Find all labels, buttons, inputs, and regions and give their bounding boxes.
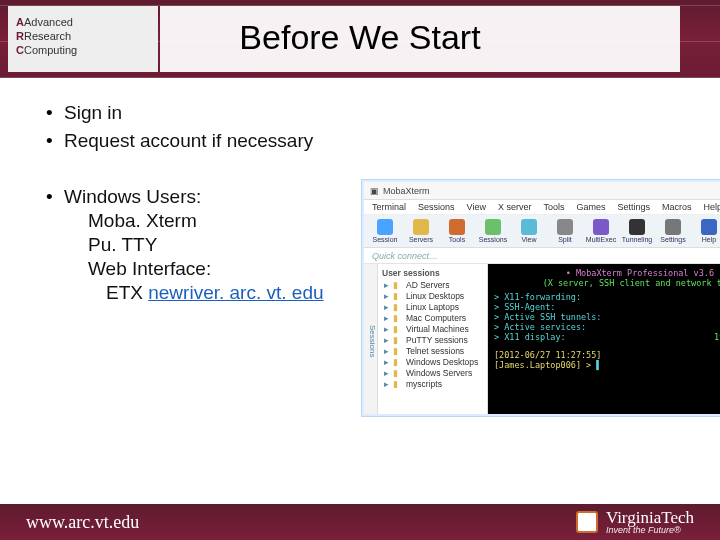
tree-node-label: Mac Computers [406, 313, 466, 323]
toolbar-button[interactable]: Help [694, 219, 720, 243]
tree-node-label: Windows Desktops [406, 357, 478, 367]
tree-expand-icon[interactable]: ▸ [382, 324, 390, 334]
menu-item[interactable]: Terminal [372, 202, 406, 212]
tree-node-label: Virtual Machines [406, 324, 469, 334]
tree-expand-icon[interactable]: ▸ [382, 280, 390, 290]
toolbar-label: View [521, 236, 536, 243]
menu-item[interactable]: Help [704, 202, 721, 212]
bullet-item: Request account if necessary [40, 130, 680, 152]
tree-expand-icon[interactable]: ▸ [382, 368, 390, 378]
menu-item[interactable]: Macros [662, 202, 692, 212]
slide-title-text: Before We Start [239, 18, 480, 56]
toolbar-icon [593, 219, 609, 235]
session-tree: User sessions ▸▮AD Servers▸▮Linux Deskto… [378, 264, 488, 414]
bullet-list-windows: Windows Users: Moba. Xterm Pu. TTY Web I… [40, 186, 340, 304]
menu-item[interactable]: Settings [617, 202, 650, 212]
sub-item: ETX newriver. arc. vt. edu [88, 282, 340, 304]
toolbar-button[interactable]: Sessions [478, 219, 508, 243]
folder-icon: ▮ [393, 335, 403, 345]
folder-icon: ▮ [393, 313, 403, 323]
sub-item: Pu. TTY [88, 234, 340, 256]
quick-connect-bar[interactable]: Quick connect… [364, 248, 720, 264]
tree-node-label: Linux Laptops [406, 302, 459, 312]
toolbar-button[interactable]: Servers [406, 219, 436, 243]
menu-item[interactable]: Games [576, 202, 605, 212]
folder-icon: ▮ [393, 379, 403, 389]
tree-node[interactable]: ▸▮Linux Desktops [382, 291, 483, 301]
tree-expand-icon[interactable]: ▸ [382, 313, 390, 323]
tree-expand-icon[interactable]: ▸ [382, 291, 390, 301]
toolbar-icon [557, 219, 573, 235]
toolbar-label: Split [558, 236, 572, 243]
toolbar-button[interactable]: Settings [658, 219, 688, 243]
toolbar-label: MultiExec [586, 236, 616, 243]
tree-node[interactable]: ▸▮Windows Servers [382, 368, 483, 378]
folder-icon: ▮ [393, 291, 403, 301]
etx-label: ETX [106, 282, 148, 303]
vt-logo: VirginiaTech Invent the Future® [576, 509, 694, 535]
sidebar-tab[interactable]: Sessions [364, 264, 378, 414]
bullet-list-top: Sign in Request account if necessary [40, 102, 680, 152]
terminal-banner-sub: (X server, SSH client and network tools) [543, 278, 720, 288]
bullet-item: Sign in [40, 102, 680, 124]
tree-node[interactable]: ▸▮Virtual Machines [382, 324, 483, 334]
terminal-pane[interactable]: • MobaXterm Professional v3.6 • (X serve… [488, 264, 720, 414]
terminal-prompt-time: [2012-06/27 11:27:55] [494, 350, 601, 360]
tree-node[interactable]: ▸▮PuTTY sessions [382, 335, 483, 345]
menu-item[interactable]: X server [498, 202, 532, 212]
quick-connect-text: Quick connect… [372, 251, 438, 261]
tree-node-label: myscripts [406, 379, 442, 389]
folder-icon: ▮ [393, 368, 403, 378]
toolbar-button[interactable]: Split [550, 219, 580, 243]
bullet-item: Windows Users: Moba. Xterm Pu. TTY Web I… [40, 186, 340, 304]
menu-item[interactable]: View [467, 202, 486, 212]
tree-node[interactable]: ▸▮AD Servers [382, 280, 483, 290]
tree-expand-icon[interactable]: ▸ [382, 302, 390, 312]
tree-node[interactable]: ▸▮Linux Laptops [382, 302, 483, 312]
toolbar-label: Sessions [479, 236, 507, 243]
toolbar-button[interactable]: MultiExec [586, 219, 616, 243]
slide-title: Before We Start [0, 18, 720, 57]
tree-node[interactable]: ▸▮Telnet sessions [382, 346, 483, 356]
footer-url: www.arc.vt.edu [26, 512, 139, 533]
cursor-icon: ▌ [596, 360, 601, 370]
toolbar-button[interactable]: Tunneling [622, 219, 652, 243]
terminal-line: > Active services: 1 [494, 322, 720, 332]
toolbar-label: Session [373, 236, 398, 243]
tree-heading: User sessions [382, 268, 483, 278]
toolbar-label: Servers [409, 236, 433, 243]
toolbar-icon [413, 219, 429, 235]
toolbar-label: Settings [660, 236, 685, 243]
etx-link[interactable]: newriver. arc. vt. edu [148, 282, 323, 303]
menu-item[interactable]: Sessions [418, 202, 455, 212]
tree-expand-icon[interactable]: ▸ [382, 346, 390, 356]
toolbar-icon [449, 219, 465, 235]
terminal-banner: • MobaXterm Professional v3.6 • [566, 268, 720, 278]
toolbar-button[interactable]: Session [370, 219, 400, 243]
sub-item: Moba. Xterm [88, 210, 340, 232]
toolbar-icon [701, 219, 717, 235]
tree-node[interactable]: ▸▮Mac Computers [382, 313, 483, 323]
tree-node-label: Linux Desktops [406, 291, 464, 301]
tree-node-label: Windows Servers [406, 368, 472, 378]
terminal-prompt-host: [James.Laptop006] > [494, 360, 591, 370]
toolbar-icon [521, 219, 537, 235]
sub-item: Web Interface: [88, 258, 340, 280]
toolbar-button[interactable]: Tools [442, 219, 472, 243]
menu-item[interactable]: Tools [543, 202, 564, 212]
terminal-line: > X11 display: 192.168.01.2:0.0 [494, 332, 720, 342]
toolbar-button[interactable]: View [514, 219, 544, 243]
tree-node[interactable]: ▸▮myscripts [382, 379, 483, 389]
toolbar-icon [377, 219, 393, 235]
window-icon: ▣ [370, 186, 379, 196]
vt-tagline: Invent the Future® [606, 526, 694, 535]
tree-expand-icon[interactable]: ▸ [382, 357, 390, 367]
tree-expand-icon[interactable]: ▸ [382, 335, 390, 345]
terminal-line: > X11-forwarding: ✓ [494, 292, 720, 302]
slide-footer: www.arc.vt.edu VirginiaTech Invent the F… [0, 504, 720, 540]
bullet-text: Windows Users: [64, 186, 201, 207]
tree-node[interactable]: ▸▮Windows Desktops [382, 357, 483, 367]
folder-icon: ▮ [393, 302, 403, 312]
tree-expand-icon[interactable]: ▸ [382, 379, 390, 389]
bullet-text: Request account if necessary [64, 130, 313, 151]
